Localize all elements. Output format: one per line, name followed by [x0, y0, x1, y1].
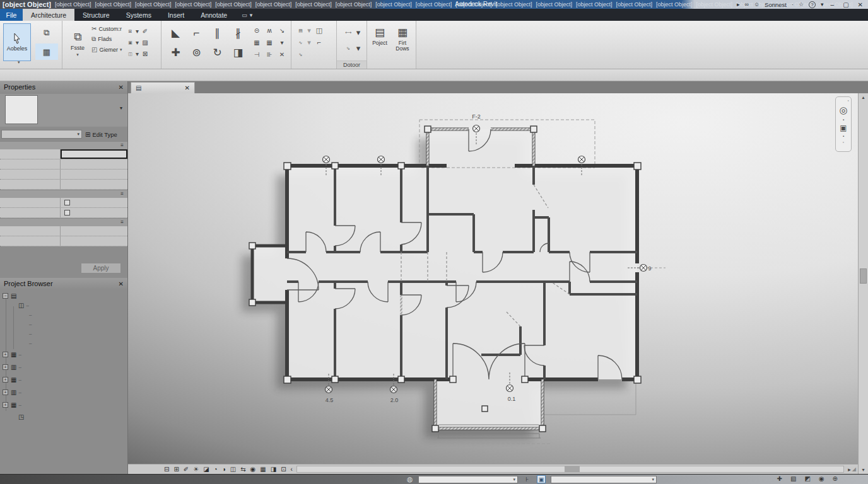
- navbar-options-icon[interactable]: ◦: [843, 140, 844, 144]
- select-panel-dropdown[interactable]: ▾: [18, 60, 20, 65]
- design-options-dropdown[interactable]: ▾: [551, 476, 657, 483]
- steering-wheel-icon[interactable]: ▣: [840, 124, 847, 132]
- hide-isolate-icon[interactable]: ◉: [250, 464, 256, 475]
- type-selector-dropdown[interactable]: ▾: [120, 105, 122, 111]
- editable-only-icon[interactable]: ⊦: [525, 476, 529, 483]
- ribbon-tab[interactable]: Structure: [74, 9, 118, 21]
- navbar-divider[interactable]: ▪: [843, 118, 844, 122]
- mini-tool-icon[interactable]: ✐: [140, 26, 150, 37]
- navbar-pin-icon[interactable]: ◦: [848, 98, 849, 103]
- property-value[interactable]: [61, 180, 127, 189]
- mini-tool-icon[interactable]: ▣: [126, 37, 134, 49]
- zoom-icon[interactable]: ◎: [839, 105, 847, 116]
- modify-select-button[interactable]: Aobeles: [3, 23, 31, 61]
- modify-tool-icon[interactable]: ✚: [165, 43, 186, 62]
- modify-tool-icon[interactable]: ⌐: [186, 23, 207, 43]
- active-view-tab[interactable]: ▤ ✕: [131, 82, 195, 93]
- paste-group-button[interactable]: ⧉: [35, 25, 58, 41]
- worksets-dropdown[interactable]: ▾: [418, 476, 518, 483]
- favorites-icon[interactable]: ☆: [799, 1, 804, 8]
- mini-tool-icon[interactable]: ▾: [134, 26, 140, 37]
- redo-icon[interactable]: [object Object]: [295, 0, 332, 9]
- mini-tool-icon[interactable]: ⊠: [126, 26, 134, 37]
- drawing-area[interactable]: F-24.52.00.19 ◦ ◎ ▪ ▣ ▪ ◦: [128, 93, 858, 464]
- tree-expander[interactable]: +: [3, 364, 8, 370]
- property-group-header[interactable]: ≡: [0, 141, 127, 149]
- cut-button[interactable]: ✂ Custom:r: [91, 25, 124, 32]
- profile-icon[interactable]: ☺: [754, 1, 760, 8]
- help-dropdown[interactable]: ▾: [821, 1, 824, 8]
- scroll-up-icon[interactable]: ▴: [859, 95, 868, 100]
- copy-button[interactable]: ⧉ Flads: [91, 35, 124, 43]
- modify-contextual-dropdown[interactable]: ▾: [250, 12, 253, 18]
- close-button[interactable]: ✕: [856, 1, 865, 8]
- tree-item[interactable]: –: [0, 338, 127, 348]
- worksets-icon[interactable]: ◍: [407, 475, 413, 483]
- undo-dropdown[interactable]: [object Object]: [255, 0, 292, 9]
- select-links-icon[interactable]: ▧: [790, 475, 796, 482]
- tree-item[interactable]: –: [0, 310, 127, 320]
- open-icon[interactable]: [object Object]: [95, 0, 132, 9]
- group-toggle-icon[interactable]: ≡: [120, 219, 124, 225]
- first-floor-view-button[interactable]: ▦ Firt Dows: [392, 23, 413, 61]
- dimension-tool-icon[interactable]: ⟷: [341, 25, 355, 40]
- property-value[interactable]: [61, 226, 127, 236]
- default-3d-icon[interactable]: [object Object]: [616, 0, 652, 9]
- dimension-panel-label[interactable]: Dotoor: [337, 60, 367, 69]
- dimension-tool-icon[interactable]: ▾: [355, 25, 361, 40]
- project-view-button[interactable]: ▤ Poject: [370, 23, 390, 61]
- modify-contextual-icon[interactable]: ▭: [242, 12, 247, 18]
- modify-tool-icon[interactable]: ↻: [207, 43, 228, 62]
- minimize-button[interactable]: –: [829, 1, 836, 8]
- match-button[interactable]: ◰ Giemer ▾: [91, 46, 124, 53]
- measure-tool-icon[interactable]: ∿: [295, 37, 306, 49]
- mini-tool-icon[interactable]: ▨: [140, 37, 150, 49]
- property-value[interactable]: [61, 170, 127, 179]
- properties-close-icon[interactable]: ✕: [119, 84, 124, 91]
- group-toggle-icon[interactable]: ≡: [120, 191, 124, 197]
- dimension-tool-icon[interactable]: ▾: [355, 40, 361, 56]
- mini-tool-icon[interactable]: ▾: [134, 37, 140, 49]
- property-value[interactable]: [61, 159, 127, 169]
- move-icon[interactable]: [object Object]: [656, 0, 693, 9]
- modify-small-tool-icon[interactable]: ʍ: [263, 25, 276, 37]
- type-selector[interactable]: ▾: [0, 94, 127, 127]
- measure-tool-icon[interactable]: ⇘: [295, 49, 306, 60]
- tree-expander[interactable]: +: [3, 389, 8, 395]
- tree-item[interactable]: + ▥ –: [0, 360, 127, 373]
- vertical-scroll-thumb[interactable]: [860, 268, 867, 284]
- horizontal-scrollbar[interactable]: [296, 466, 844, 473]
- modify-tool-icon[interactable]: ◣: [165, 23, 186, 43]
- search-type-combobox[interactable]: ▾: [1, 130, 82, 139]
- measure-tool-icon[interactable]: ▤: [295, 25, 306, 37]
- modify-small-tool-icon[interactable]: ▦: [250, 37, 263, 49]
- property-group-header[interactable]: ≡: [0, 190, 127, 198]
- sheet-icon[interactable]: [object Object]: [696, 0, 733, 9]
- scroll-down-icon[interactable]: ▾: [859, 467, 868, 473]
- group-toggle-icon[interactable]: ≡: [120, 142, 124, 148]
- lock-view-icon[interactable]: ⇆: [240, 464, 245, 475]
- design-options-icon[interactable]: ▣: [537, 475, 546, 483]
- view-tab-close-icon[interactable]: ✕: [185, 84, 190, 91]
- measure-tool-icon[interactable]: ▾: [306, 25, 312, 37]
- active-tool-button[interactable]: ▦: [35, 43, 58, 60]
- revit-logo[interactable]: [object Object]: [3, 0, 51, 9]
- undo-icon[interactable]: [object Object]: [215, 0, 252, 9]
- tree-item[interactable]: ◳: [0, 411, 127, 422]
- measure-tool-icon[interactable]: ◫: [312, 25, 326, 37]
- constraints-icon[interactable]: ⊡: [281, 464, 286, 475]
- visual-style-icon[interactable]: ✐: [184, 464, 189, 475]
- help-icon[interactable]: ?: [809, 1, 816, 8]
- tree-expander[interactable]: +: [3, 377, 8, 383]
- modify-tool-icon[interactable]: ⊚: [186, 43, 207, 62]
- ribbon-tab[interactable]: Annotate: [192, 9, 235, 21]
- shadows-icon[interactable]: ◪: [203, 464, 209, 475]
- rendering-icon[interactable]: ◔: [214, 464, 218, 475]
- tree-item[interactable]: –: [0, 329, 127, 338]
- mini-tool-icon[interactable]: ⊠: [140, 49, 150, 60]
- paste-dropdown[interactable]: ▾: [76, 52, 79, 57]
- measure-tool-icon[interactable]: [306, 49, 312, 60]
- modify-tool-icon[interactable]: ∦: [228, 23, 249, 43]
- tree-expander[interactable]: −: [3, 293, 8, 299]
- modify-small-tool-icon[interactable]: ▾: [276, 37, 288, 49]
